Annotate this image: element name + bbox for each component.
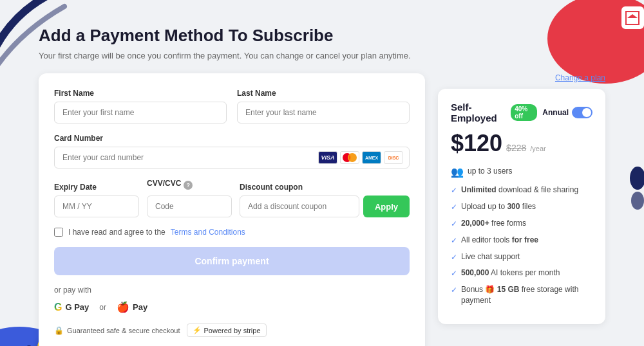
apply-button[interactable]: Apply xyxy=(363,196,410,217)
first-name-input[interactable] xyxy=(54,102,227,123)
feature-editor: ✓ All editor tools for free xyxy=(451,235,592,246)
cvv-info-icon: ? xyxy=(184,181,193,190)
expiry-input[interactable] xyxy=(54,196,139,217)
stripe-label: Powered by stripe xyxy=(204,327,261,334)
users-icon: 👥 xyxy=(451,165,464,179)
check-icon: ✓ xyxy=(451,202,457,213)
feature-upload: ✓ Upload up to 300 files xyxy=(451,201,592,213)
change-plan-link[interactable]: Change a plan xyxy=(438,73,605,82)
google-g-icon: G xyxy=(54,302,62,313)
or-separator: or xyxy=(99,303,106,312)
terms-text: I have read and agree to the xyxy=(68,228,166,237)
secure-badge: 🔒 Guaranteed safe & secure checkout xyxy=(54,326,180,335)
secure-text: Guaranteed safe & secure checkout xyxy=(67,327,180,334)
visa-icon: VISA xyxy=(318,151,337,164)
plan-header: Self-Employed 40% off Annual xyxy=(451,102,592,123)
terms-checkbox[interactable] xyxy=(54,228,63,237)
stripe-logo: ⚡ xyxy=(193,326,202,334)
plan-price-original: $228 xyxy=(506,143,526,153)
features-list: 👥 up to 3 users ✓ Unlimited download & f… xyxy=(451,166,592,306)
amex-icon: AMEX xyxy=(362,151,381,164)
feature-chat: ✓ Live chat support xyxy=(451,251,592,263)
payment-form-card: First Name Last Name Card Number VISA xyxy=(39,73,425,346)
discount-group: Discount coupon Apply xyxy=(240,183,410,217)
or-pay-label: or pay with xyxy=(54,286,410,295)
check-icon: ✓ xyxy=(451,235,457,246)
cvv-group: CVV/CVC ? xyxy=(147,179,232,217)
discount-label: Discount coupon xyxy=(240,183,410,192)
confirm-payment-button[interactable]: Confirm payment xyxy=(54,247,410,275)
feature-ai: ✓ 500,000 AI tokens per month xyxy=(451,268,592,279)
feature-text: All editor tools for free xyxy=(461,235,538,246)
terms-row: I have read and agree to the Terms and C… xyxy=(54,228,410,237)
plan-name: Self-Employed xyxy=(451,102,506,123)
feature-forms: ✓ 20,000+ free forms xyxy=(451,218,592,230)
terms-link[interactable]: Terms and Conditions xyxy=(171,228,245,237)
last-name-input[interactable] xyxy=(237,102,410,123)
feature-text: 500,000 AI tokens per month xyxy=(461,268,560,278)
feature-download: ✓ Unlimited download & file sharing xyxy=(451,185,592,196)
annual-toggle[interactable]: Annual xyxy=(542,107,592,118)
check-icon: ✓ xyxy=(451,219,457,230)
google-pay-button[interactable]: G G Pay xyxy=(54,302,89,313)
billing-label: Annual xyxy=(542,108,569,117)
last-name-label: Last Name xyxy=(237,89,410,98)
page-title: Add a Payment Method To Subscribe xyxy=(39,26,605,46)
users-text: up to 3 users xyxy=(468,166,512,177)
apple-icon: 🍎 xyxy=(117,301,129,313)
cvv-label: CVV/CVC xyxy=(147,179,181,188)
stripe-badge: ⚡ Powered by stripe xyxy=(187,323,267,337)
price-row: $120 $228 /year xyxy=(451,130,592,157)
toggle-switch[interactable] xyxy=(572,107,592,118)
expiry-label: Expiry Date xyxy=(54,183,139,192)
feature-text: 20,000+ free forms xyxy=(461,218,526,229)
discount-input[interactable] xyxy=(240,196,359,217)
alt-pay-row: G G Pay or 🍎 Pay xyxy=(54,301,410,313)
check-icon: ✓ xyxy=(451,285,457,296)
secure-row: 🔒 Guaranteed safe & secure checkout ⚡ Po… xyxy=(54,323,410,337)
feature-text: Upload up to 300 files xyxy=(461,201,536,212)
feature-storage: ✓ Bonus 🎁 15 GB free storage with paymen… xyxy=(451,284,592,306)
last-name-group: Last Name xyxy=(237,89,410,123)
gpay-label: G Pay xyxy=(65,302,89,312)
first-name-label: First Name xyxy=(54,89,227,98)
check-icon: ✓ xyxy=(451,185,457,196)
lock-icon: 🔒 xyxy=(54,326,64,335)
discount-badge: 40% off xyxy=(511,104,537,121)
plan-price: $120 xyxy=(451,130,502,157)
feature-text: Live chat support xyxy=(461,251,520,262)
mastercard-icon xyxy=(340,151,359,164)
card-number-label: Card Number xyxy=(54,134,410,143)
plan-price-period: /year xyxy=(530,145,545,152)
first-name-group: First Name xyxy=(54,89,227,123)
cvv-input[interactable] xyxy=(147,196,232,217)
apple-pay-button[interactable]: 🍎 Pay xyxy=(117,301,147,313)
feature-users: 👥 up to 3 users xyxy=(451,166,592,179)
feature-text: Unlimited download & file sharing xyxy=(461,185,578,196)
feature-text: Bonus 🎁 15 GB free storage with payment xyxy=(461,284,592,306)
check-icon: ✓ xyxy=(451,252,457,263)
expiry-group: Expiry Date xyxy=(54,183,139,217)
card-brand-icons: VISA AMEX DISC xyxy=(318,151,403,164)
page-subtitle: Your first charge will be once you confi… xyxy=(39,51,605,60)
applepay-label: Pay xyxy=(133,302,147,312)
discover-icon: DISC xyxy=(384,151,403,164)
check-icon: ✓ xyxy=(451,268,457,279)
plan-card: Self-Employed 40% off Annual $120 $228 /… xyxy=(438,89,605,324)
